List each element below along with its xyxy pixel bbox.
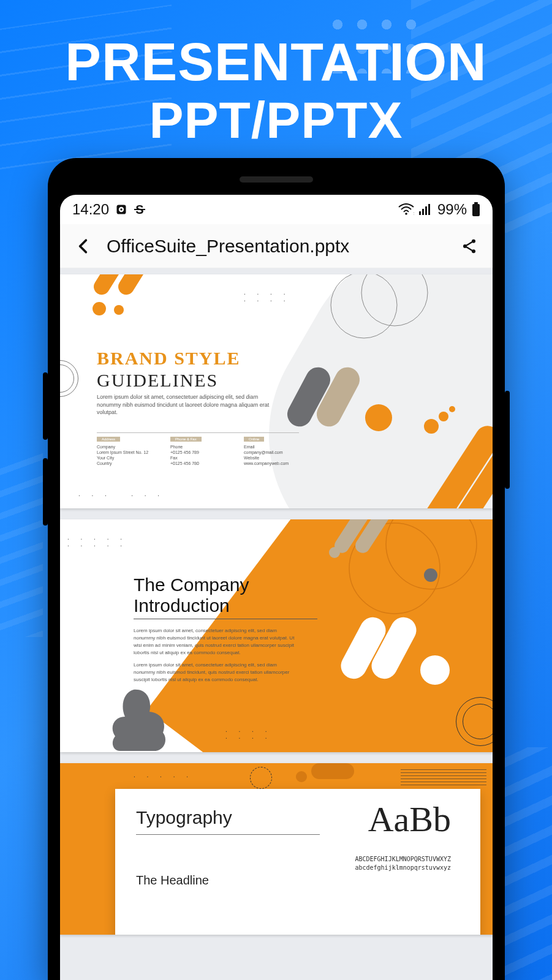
svg-rect-12 xyxy=(472,204,480,216)
col-tag: Address xyxy=(97,437,120,442)
decor-blob xyxy=(109,687,176,752)
slide2-title-line1: The Company xyxy=(134,575,249,595)
contact-col-online: Online Email company@mail.com Website ww… xyxy=(244,437,299,466)
alpha-upper: ABCDEFGHIJKLMNOPQRSTUVWXYZ xyxy=(355,855,451,864)
slide3-subheading: The Headline xyxy=(136,873,209,888)
decor-accent xyxy=(321,519,407,581)
share-icon xyxy=(461,238,478,255)
phone-speaker xyxy=(240,176,313,183)
decor-rule xyxy=(134,619,317,619)
svg-point-28 xyxy=(449,406,455,412)
phone-side-button xyxy=(43,458,48,526)
document-title: OfficeSuite_Presentation.pptx xyxy=(107,236,446,257)
svg-point-5 xyxy=(405,213,407,215)
alpha-lower: abcdefghijklmnopqrstuvwxyz xyxy=(355,864,451,872)
svg-point-41 xyxy=(296,771,307,782)
strikethrough-s-icon: S xyxy=(134,203,146,216)
svg-rect-9 xyxy=(425,206,427,215)
slide1-title-secondary: GUIDELINES xyxy=(97,370,218,391)
svg-point-39 xyxy=(420,655,450,685)
svg-point-22 xyxy=(93,302,106,315)
brand-logo-icon xyxy=(285,359,402,439)
bg-decoration xyxy=(0,453,43,637)
brand-logo-icon xyxy=(339,611,456,691)
svg-rect-40 xyxy=(311,763,354,779)
chevron-left-icon xyxy=(75,238,91,254)
decor-rings xyxy=(327,274,437,342)
svg-rect-11 xyxy=(474,202,478,204)
slide2-para: Lorem ipsum dolor sit amet, consectetuer… xyxy=(134,627,299,657)
col-line: Phone xyxy=(170,444,225,450)
promo-line2: PPT/PPTX xyxy=(0,91,552,150)
slide-1[interactable]: . . . .. . . . . . . . . . xyxy=(60,274,493,508)
alphabet-sample: ABCDEFGHIJKLMNOPQRSTUVWXYZ abcdefghijklm… xyxy=(355,855,451,872)
col-tag: Phone & Fax xyxy=(170,437,202,442)
svg-line-17 xyxy=(466,247,472,251)
phone-side-button xyxy=(43,372,48,440)
status-time: 14:20 xyxy=(72,201,109,218)
slide1-title-primary: BRAND STYLE xyxy=(97,348,241,369)
svg-point-23 xyxy=(114,305,124,315)
col-line: Website xyxy=(244,455,299,461)
phone-screen: 14:20 S ↕ 99% xyxy=(60,195,493,980)
svg-point-2 xyxy=(120,208,122,210)
type-sample: AaBb xyxy=(368,799,451,840)
col-line: Email xyxy=(244,444,299,450)
decor-dots: . . . .. . . . xyxy=(244,289,290,303)
svg-rect-10 xyxy=(428,204,430,215)
slide1-body: Lorem ipsum dolor sit amet, consectetuer… xyxy=(97,393,281,417)
decor-dots: . . . . .. . . . . xyxy=(67,534,127,548)
phone-frame: 14:20 S ↕ 99% xyxy=(48,158,505,980)
col-line: Fax xyxy=(170,455,225,461)
svg-point-26 xyxy=(424,419,439,434)
slide1-contact-columns: Address Company Lorem Ipsum Street No. 1… xyxy=(97,432,299,466)
slide-2[interactable]: . . . . .. . . . . . . . .. . . . xyxy=(60,519,493,752)
decor-dots: . . . . . . xyxy=(78,491,164,497)
promo-headline: PRESENTATION PPT/PPTX xyxy=(0,0,552,150)
svg-point-36 xyxy=(329,547,340,558)
contact-col-address: Address Company Lorem Ipsum Street No. 1… xyxy=(97,437,152,466)
col-line: Lorem Ipsum Street No. 12 xyxy=(97,450,152,455)
col-line: www.companyweb.com xyxy=(244,461,299,466)
col-line: Country xyxy=(97,461,152,466)
col-tag: Online xyxy=(244,437,264,442)
clock-icon xyxy=(115,203,127,216)
slide2-title-line2: Introduction xyxy=(134,595,230,616)
svg-rect-8 xyxy=(422,209,424,215)
decor-dot xyxy=(424,568,437,582)
slide3-title: Typography xyxy=(136,807,320,835)
decor-accent xyxy=(293,763,379,789)
slide3-card: Typography AaBb ABCDEFGHIJKLMNOPQRSTUVWX… xyxy=(115,789,480,935)
col-line: Company xyxy=(97,444,152,450)
col-line: Your City xyxy=(97,455,152,461)
status-bar: 14:20 S ↕ 99% xyxy=(60,195,493,224)
app-bar: OfficeSuite_Presentation.pptx xyxy=(60,224,493,268)
svg-point-31 xyxy=(365,404,392,431)
svg-text:↕: ↕ xyxy=(413,211,414,216)
svg-point-27 xyxy=(439,412,448,421)
decor-rings xyxy=(60,360,78,397)
battery-icon xyxy=(472,202,480,217)
status-battery-text: 99% xyxy=(437,201,467,218)
slide2-title: The Company Introduction xyxy=(134,575,249,616)
back-button[interactable] xyxy=(71,234,96,258)
svg-rect-7 xyxy=(419,211,421,215)
share-button[interactable] xyxy=(457,234,482,258)
signal-icon xyxy=(419,204,433,215)
decor-ring xyxy=(250,767,272,789)
slide-3[interactable]: . . . . . Typography AaBb ABCDEFGHIJKLMN… xyxy=(60,763,493,935)
slide2-body: Lorem ipsum dolor sit amet, consectetuer… xyxy=(134,627,299,684)
svg-rect-21 xyxy=(115,274,158,298)
decor-dots: . . . . . xyxy=(134,772,193,778)
col-line: +0125 456 780 xyxy=(170,461,225,466)
wifi-icon: ↕ xyxy=(398,203,414,216)
decor-accent xyxy=(77,274,175,334)
col-line: company@mail.com xyxy=(244,450,299,455)
slide-viewer[interactable]: . . . .. . . . . . . . . . xyxy=(60,268,493,980)
svg-point-19 xyxy=(331,274,397,338)
promo-line1: PRESENTATION xyxy=(0,31,552,93)
slide2-para: Lorem ipsum dolor sit amet, consectetuer… xyxy=(134,662,299,684)
decor-lines xyxy=(401,767,486,785)
svg-line-16 xyxy=(466,242,472,246)
col-line: +0125 456 789 xyxy=(170,450,225,455)
